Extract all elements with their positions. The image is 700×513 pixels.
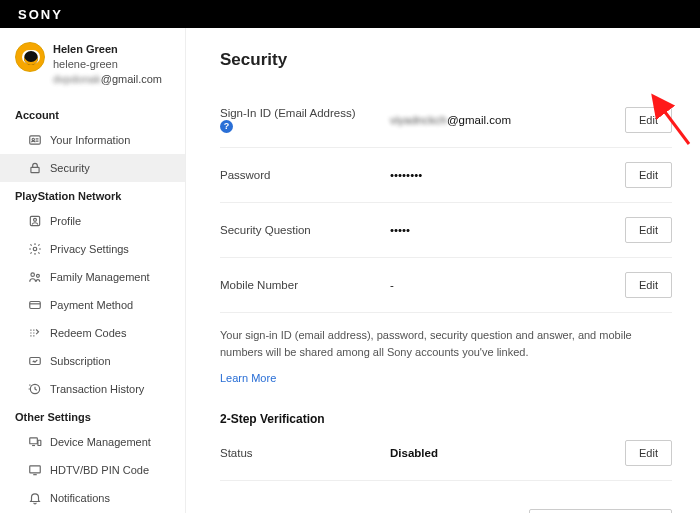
profile-handle: helene-green (53, 57, 162, 72)
sidebar-item-transactions[interactable]: Transaction History (0, 375, 185, 403)
status-value: Disabled (390, 447, 625, 459)
row-security-question: Security Question ••••• Edit (220, 203, 672, 258)
sidebar-item-payment[interactable]: Payment Method (0, 291, 185, 319)
sidebar-item-notifications[interactable]: Notifications (0, 484, 185, 512)
learn-more-link[interactable]: Learn More (220, 372, 276, 384)
person-card-icon (28, 133, 42, 147)
sidebar-item-label: Notifications (50, 492, 110, 504)
sidebar-item-profile[interactable]: Profile (0, 207, 185, 235)
card-icon (28, 298, 42, 312)
sidebar-item-subscription[interactable]: Subscription (0, 347, 185, 375)
signin-email-suffix: @gmail.com (447, 114, 511, 126)
profile-name: Helen Green (53, 42, 162, 57)
sidebar-item-security[interactable]: Security (0, 154, 185, 182)
svg-rect-11 (30, 437, 38, 443)
row-value: •••••••• (390, 169, 625, 181)
sidebar-item-devices[interactable]: Device Management (0, 428, 185, 456)
row-label: Security Question (220, 224, 390, 236)
sidebar-item-label: HDTV/BD PIN Code (50, 464, 149, 476)
profile-email-suffix: @gmail.com (101, 73, 162, 85)
svg-point-4 (34, 218, 37, 221)
devices-icon (28, 435, 42, 449)
status-label: Status (220, 447, 390, 459)
svg-rect-9 (30, 357, 41, 364)
sidebar-item-label: Security (50, 162, 90, 174)
sidebar-item-your-information[interactable]: Your Information (0, 126, 185, 154)
sidebar-item-family[interactable]: Family Management (0, 263, 185, 291)
svg-point-7 (36, 274, 39, 277)
row-2sv-status: Status Disabled Edit (220, 428, 672, 481)
sidebar-group-psn: PlayStation Network (0, 182, 185, 207)
profile-email: dvpdonak@gmail.com (53, 72, 162, 87)
profile-email-obscured: dvpdonak (53, 72, 101, 87)
lock-icon (28, 161, 42, 175)
row-label: Sign-In ID (Email Address) ? (220, 107, 390, 133)
sidebar-group-account: Account (0, 101, 185, 126)
main-panel: Security Sign-In ID (Email Address) ? vi… (186, 28, 700, 513)
sign-out-all-devices-button[interactable]: Sign Out on All Devices (529, 509, 672, 513)
edit-security-question-button[interactable]: Edit (625, 217, 672, 243)
top-bar: SONY (0, 0, 700, 28)
row-value: - (390, 279, 625, 291)
row-password: Password •••••••• Edit (220, 148, 672, 203)
edit-password-button[interactable]: Edit (625, 162, 672, 188)
svg-point-1 (32, 138, 34, 140)
two-step-heading: 2-Step Verification (220, 412, 672, 426)
page-title: Security (220, 50, 672, 70)
sidebar-item-label: Privacy Settings (50, 243, 129, 255)
sidebar-item-privacy[interactable]: Privacy Settings (0, 235, 185, 263)
gear-icon (28, 242, 42, 256)
svg-point-5 (33, 247, 37, 251)
profile-block: Helen Green helene-green dvpdonak@gmail.… (0, 42, 185, 101)
svg-rect-13 (30, 465, 41, 472)
help-icon[interactable]: ? (220, 120, 233, 133)
history-icon (28, 382, 42, 396)
sidebar-item-label: Your Information (50, 134, 130, 146)
edit-2sv-button[interactable]: Edit (625, 440, 672, 466)
sharing-note: Your sign-in ID (email address), passwor… (220, 313, 672, 364)
avatar (15, 42, 45, 72)
svg-rect-0 (30, 135, 41, 143)
profile-icon (28, 214, 42, 228)
profile-text: Helen Green helene-green dvpdonak@gmail.… (53, 42, 162, 87)
sidebar-item-pin[interactable]: HDTV/BD PIN Code (0, 456, 185, 484)
sidebar-item-label: Subscription (50, 355, 111, 367)
sidebar-group-other: Other Settings (0, 403, 185, 428)
sidebar-item-label: Transaction History (50, 383, 144, 395)
row-label: Mobile Number (220, 279, 390, 291)
bell-icon (28, 491, 42, 505)
svg-point-6 (31, 272, 35, 276)
sidebar-item-redeem[interactable]: Redeem Codes (0, 319, 185, 347)
sidebar-item-label: Redeem Codes (50, 327, 126, 339)
subscription-icon (28, 354, 42, 368)
svg-rect-2 (31, 167, 39, 172)
tv-icon (28, 463, 42, 477)
sidebar-item-label: Profile (50, 215, 81, 227)
sony-logo: SONY (18, 7, 63, 22)
row-value: ••••• (390, 224, 625, 236)
signin-email-obscured: viyadnckch (390, 114, 447, 126)
row-label: Password (220, 169, 390, 181)
svg-rect-12 (38, 440, 41, 445)
row-value: viyadnckch@gmail.com (390, 114, 625, 126)
edit-signin-id-button[interactable]: Edit (625, 107, 672, 133)
family-icon (28, 270, 42, 284)
row-signin-id: Sign-In ID (Email Address) ? viyadnckch@… (220, 92, 672, 148)
sidebar-item-label: Family Management (50, 271, 150, 283)
code-icon (28, 326, 42, 340)
row-label-text: Sign-In ID (Email Address) (220, 107, 356, 119)
edit-mobile-button[interactable]: Edit (625, 272, 672, 298)
row-mobile: Mobile Number - Edit (220, 258, 672, 313)
sidebar-item-label: Device Management (50, 436, 151, 448)
sidebar: Helen Green helene-green dvpdonak@gmail.… (0, 28, 186, 513)
svg-rect-8 (30, 301, 41, 308)
sidebar-item-label: Payment Method (50, 299, 133, 311)
